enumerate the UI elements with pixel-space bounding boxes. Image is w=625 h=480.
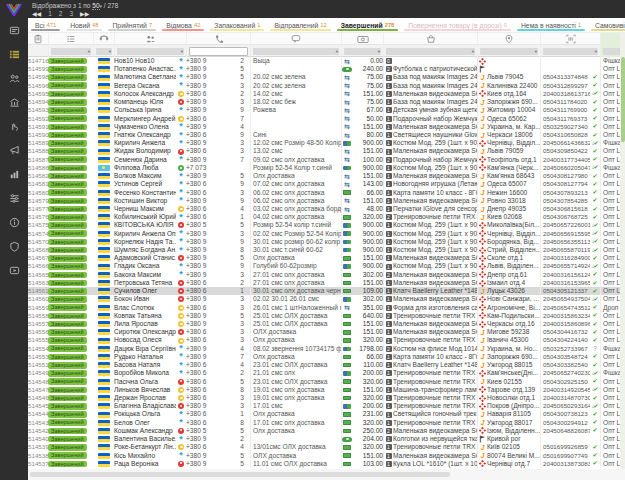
sidebar-item-shield[interactable] [0, 234, 28, 258]
table-row[interactable]: 514554ЗавершенийДацюк Віра Сергіївна*+38… [28, 345, 625, 353]
tracking-number[interactable]: 0504300738123 [540, 410, 590, 418]
vertical-scrollbar-thumb[interactable] [621, 57, 625, 142]
table-row[interactable]: 514589ЗавершенийКирилич Анжела*+380 9312… [28, 139, 625, 147]
table-row[interactable]: 514567ЗавершенийАдамовский Станис...+380… [28, 254, 625, 262]
tab-Нема в наявності[interactable]: Нема в наявності1 [514, 18, 588, 32]
sidebar-item-video[interactable] [0, 258, 28, 282]
table-row[interactable]: 514591ЗавершенийЧумаченко Олена*+380 94⇆… [28, 123, 625, 131]
column-header-barcode-icon[interactable] [540, 33, 600, 45]
tracking-number[interactable] [540, 65, 590, 73]
table-row[interactable]: 514587ЗавершенийСеменюк Дарина*+380 9709… [28, 156, 625, 164]
tracking-number[interactable]: 0504303382540 [540, 361, 590, 369]
table-row[interactable]: 514563ЗавершенийПетровська Тетяна+380 62… [28, 279, 625, 287]
tab-Повернення товару (в дорозі)[interactable]: Повернення товару (в дорозі)0 [401, 18, 514, 32]
page-number-1[interactable]: 1 [48, 10, 52, 17]
tracking-number[interactable]: 0504311769373 [540, 115, 590, 123]
tracking-number[interactable]: 0504307893213 [540, 189, 590, 197]
tracking-number[interactable]: 20400316153965 [540, 279, 590, 287]
tracking-number[interactable]: 0504304416732 [540, 328, 590, 336]
table-row[interactable]: 514596ЗавершенийВегера Оксана*+380 9320.… [28, 82, 625, 90]
table-row[interactable]: 514586ЗавершенийФіліпова Люба+7 073Розмі… [28, 164, 625, 172]
table-row[interactable]: 514557ЗавершенийЛила Ярослав+380 9325.01… [28, 320, 625, 328]
sidebar-item-stats[interactable] [0, 162, 28, 186]
column-header-location-icon[interactable] [477, 33, 540, 45]
tracking-number[interactable]: 20450655870119 [540, 246, 590, 254]
table-row[interactable]: 514543ЗавершенийБелов Олег*+380 6817.01 … [28, 419, 625, 427]
horizontal-scrollbar-thumb[interactable] [30, 472, 450, 477]
table-row[interactable]: 514559ЗавершенийВлас Слотюк+380 6326.01 … [28, 304, 625, 312]
table-row[interactable]: 514565ЗавершенийБакоха Максим*+380 9327.… [28, 271, 625, 279]
table-row[interactable]: 514579ЗавершенийКостишин Виктор*+380 990… [28, 197, 625, 205]
table-row[interactable]: 514553ЗавершенийРудько Наталья*+380 97Ол… [28, 353, 625, 361]
column-header-users-icon[interactable] [114, 33, 186, 45]
tracking-number[interactable]: 20450654743512 [540, 304, 590, 312]
tracking-number[interactable]: 0504305121337 [540, 287, 590, 295]
tracking-number[interactable]: 20450657226001 [540, 221, 590, 229]
table-row[interactable]: 514539ЗавершенийРоке-Бетанкурт Лін...+38… [28, 443, 625, 451]
tracking-number[interactable]: 0504304224140 [540, 336, 590, 344]
tracking-number[interactable]: 20450650293164 [540, 402, 590, 410]
sidebar-item-clients[interactable] [0, 66, 28, 90]
column-header-list-icon[interactable] [48, 33, 93, 45]
table-row[interactable]: 514593ЗавершенийСольська Ірина*+380 99Ро… [28, 106, 625, 114]
table-row[interactable]: 514537ЗавершенийРаца Вероніка+380 9511.0… [28, 460, 625, 468]
tracking-number[interactable]: 20450660205047 [540, 164, 590, 172]
column-header-money-icon[interactable] [341, 33, 383, 45]
tracking-number[interactable]: 20400313873083 [540, 460, 590, 468]
table-row[interactable]: 514592ЗавершенийМерклингер Андрей+380 67… [28, 115, 625, 123]
filter-select[interactable]: ▾ [117, 48, 184, 55]
table-row[interactable]: 514576ЗавершенийКобилинський Юрий*+380 6… [28, 213, 625, 221]
table-row[interactable]: 514538ЗавершенийКісь Михайло*+380 95ОЛХ … [28, 452, 625, 460]
tracking-number[interactable] [540, 435, 590, 443]
table-row[interactable]: 514716ЗавершенийНов10 Нов10*+380 92Выца⇆… [28, 57, 625, 65]
horizontal-scrollbar[interactable] [28, 469, 625, 480]
page-number-3[interactable]: 3 [69, 10, 73, 17]
column-header-basket-icon[interactable] [383, 33, 477, 45]
tracking-number[interactable]: 0504311769900 [540, 106, 590, 114]
tracking-number[interactable]: 20400315863234 [540, 312, 590, 320]
table-row[interactable]: 514588ЗавершенийЖидак Володимир+380 6313… [28, 147, 625, 155]
page-number-2[interactable]: 2 [59, 10, 63, 17]
tracking-number[interactable]: 0504312899297 [540, 82, 590, 90]
table-row[interactable]: 514545ЗавершенийБлагінна Владіслава+380 … [28, 402, 625, 410]
sidebar-item-megaphone[interactable] [0, 138, 28, 162]
table-row[interactable]: 514577ЗавершенийЧерниш Максим+380 6403.0… [28, 205, 625, 213]
tracking-number[interactable]: 0501699907749 [540, 452, 590, 460]
filter-select[interactable]: ▾ [386, 48, 475, 55]
table-row[interactable]: 514542ЗавершенийКошмак Александр+380 55О… [28, 427, 625, 435]
tracking-number[interactable]: 0504311784020 [540, 98, 590, 106]
table-row[interactable]: 514547ЗавершенийЛиньков Вячеслав+380 681… [28, 386, 625, 394]
tracking-number[interactable]: 0504308127980 [540, 172, 590, 180]
table-row[interactable]: 514594ЗавершенийКомпанець Юля+380 9318.0… [28, 98, 625, 106]
tracking-number[interactable]: 0504303548724 [540, 353, 590, 361]
table-row[interactable]: 514575ЗавершенийКВІТОВСЬКА ЮЛІЯ+380 55Ро… [28, 221, 625, 229]
tab-Самовивіз[interactable]: Самовивіз2 [588, 18, 625, 32]
sidebar-item-info[interactable] [0, 210, 28, 234]
filter-select[interactable]: ▾ [480, 48, 538, 55]
filter-select[interactable]: ▾ [543, 48, 598, 55]
table-row[interactable]: 514558ЗавершенийКовпак Татьяна+380 9525.… [28, 312, 625, 320]
table-row[interactable]: 514556ЗавершенийСиротюк Олександр+380 63… [28, 328, 625, 336]
table-row[interactable]: 514581ЗавершенийУстинов Сергей*+380 6907… [28, 180, 625, 188]
tracking-number[interactable]: 20400314870730 [540, 394, 590, 402]
page-size-dropdown[interactable]: 50 [92, 2, 99, 10]
filter-select[interactable]: ▾ [253, 48, 339, 55]
tracking-number[interactable]: 0504313374848 [540, 73, 590, 81]
table-row[interactable]: 514561ЗавершенийСучилов Олег+380 6130.01… [28, 287, 625, 295]
column-header-comment-icon[interactable] [250, 33, 341, 45]
sidebar-item-sliders[interactable] [0, 186, 28, 210]
tracking-number[interactable]: 20400314920545 [540, 386, 590, 394]
table-row[interactable]: 514544ЗавершенийРокіцька Ольга*+380 61Ол… [28, 410, 625, 418]
tracking-number[interactable]: 20450656355113 [540, 238, 590, 246]
tracking-number[interactable]: 20450661436632 [540, 139, 590, 147]
tracking-number[interactable]: 0504306815618 [540, 205, 590, 213]
filter-select[interactable]: ▾ [51, 48, 91, 55]
tracking-number[interactable]: 20400318613716 [540, 90, 590, 98]
tracking-number[interactable]: 0504302925150 [540, 378, 590, 386]
tracking-number[interactable]: 20450652740230 [540, 369, 590, 377]
sidebar-item-orders[interactable] [0, 42, 28, 66]
tracking-number[interactable]: 0504300294912 [540, 419, 590, 427]
app-logo-icon[interactable] [0, 0, 28, 18]
table-row[interactable]: 514568ЗавершенийШумляс Богдана Ан...*+38… [28, 246, 625, 254]
tracking-number[interactable]: 20400316284900 [540, 254, 590, 262]
